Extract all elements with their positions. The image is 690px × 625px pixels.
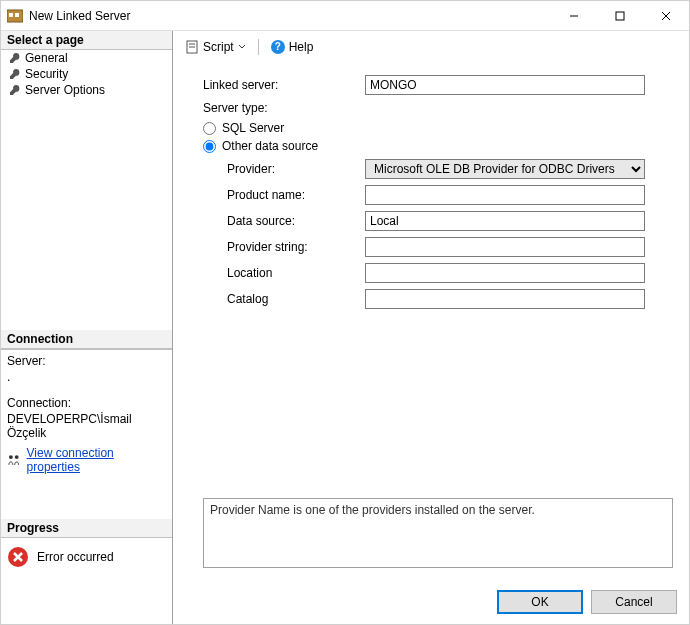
connection-label: Connection:	[7, 396, 166, 410]
connection-header: Connection	[1, 330, 172, 349]
help-label: Help	[289, 40, 314, 54]
chevron-down-icon	[238, 43, 246, 51]
wrench-icon	[9, 84, 21, 96]
page-item-general[interactable]: General	[1, 50, 172, 66]
ok-button[interactable]: OK	[497, 590, 583, 614]
radio-other-data-source[interactable]	[203, 140, 216, 153]
select-page-header: Select a page	[1, 31, 172, 50]
provider-label: Provider:	[227, 162, 365, 176]
wrench-icon	[9, 52, 21, 64]
data-source-label: Data source:	[227, 214, 365, 228]
script-label: Script	[203, 40, 234, 54]
radio-sql-server[interactable]	[203, 122, 216, 135]
catalog-input[interactable]	[365, 289, 645, 309]
progress-header: Progress	[1, 519, 172, 538]
provider-select[interactable]: Microsoft OLE DB Provider for ODBC Drive…	[365, 159, 645, 179]
progress-body: Error occurred	[1, 538, 172, 576]
svg-rect-4	[616, 12, 624, 20]
help-icon: ?	[271, 40, 285, 54]
sidebar: Select a page General Security Server Op…	[1, 31, 173, 624]
dialog-footer: OK Cancel	[173, 580, 689, 624]
maximize-button[interactable]	[597, 1, 643, 31]
minimize-button[interactable]	[551, 1, 597, 31]
connection-info: Server: . Connection: DEVELOPERPC\İsmail…	[1, 349, 172, 519]
script-button[interactable]: Script	[183, 38, 248, 56]
catalog-label: Catalog	[227, 292, 365, 306]
close-button[interactable]	[643, 1, 689, 31]
hint-box: Provider Name is one of the providers in…	[203, 498, 673, 568]
page-item-server-options[interactable]: Server Options	[1, 82, 172, 98]
linked-server-label: Linked server:	[203, 78, 365, 92]
cancel-button[interactable]: Cancel	[591, 590, 677, 614]
dialog-body: Select a page General Security Server Op…	[1, 31, 689, 624]
other-source-fields: Provider: Microsoft OLE DB Provider for …	[227, 159, 673, 309]
provider-string-input[interactable]	[365, 237, 645, 257]
data-source-input[interactable]	[365, 211, 645, 231]
location-input[interactable]	[365, 263, 645, 283]
main-panel: Script ? Help Linked server: Server type…	[173, 31, 689, 624]
page-label: Server Options	[25, 83, 105, 97]
toolbar: Script ? Help	[173, 31, 689, 63]
radio-sql-server-label: SQL Server	[222, 121, 284, 135]
dialog-window: New Linked Server Select a page General …	[0, 0, 690, 625]
view-connection-properties-link[interactable]: View connection properties	[27, 446, 166, 474]
page-list: General Security Server Options	[1, 50, 172, 330]
wrench-icon	[9, 68, 21, 80]
svg-point-7	[9, 455, 13, 459]
page-label: Security	[25, 67, 68, 81]
product-name-input[interactable]	[365, 185, 645, 205]
svg-point-8	[15, 455, 19, 459]
provider-string-label: Provider string:	[227, 240, 365, 254]
script-icon	[185, 40, 199, 54]
connection-value: DEVELOPERPC\İsmail Özçelik	[7, 412, 166, 440]
server-value: .	[7, 370, 166, 384]
toolbar-separator	[258, 39, 259, 55]
page-label: General	[25, 51, 68, 65]
form-area: Linked server: Server type: SQL Server O…	[173, 63, 689, 580]
svg-rect-1	[9, 13, 13, 17]
connection-properties-icon	[7, 453, 21, 467]
error-icon	[7, 546, 29, 568]
product-name-label: Product name:	[227, 188, 365, 202]
window-title: New Linked Server	[29, 9, 551, 23]
app-icon	[7, 8, 23, 24]
progress-status: Error occurred	[37, 550, 114, 564]
linked-server-input[interactable]	[365, 75, 645, 95]
help-button[interactable]: ? Help	[269, 38, 316, 56]
server-type-label: Server type:	[203, 101, 365, 115]
svg-rect-2	[15, 13, 19, 17]
server-label: Server:	[7, 354, 166, 368]
location-label: Location	[227, 266, 365, 280]
titlebar: New Linked Server	[1, 1, 689, 31]
page-item-security[interactable]: Security	[1, 66, 172, 82]
radio-other-label: Other data source	[222, 139, 318, 153]
